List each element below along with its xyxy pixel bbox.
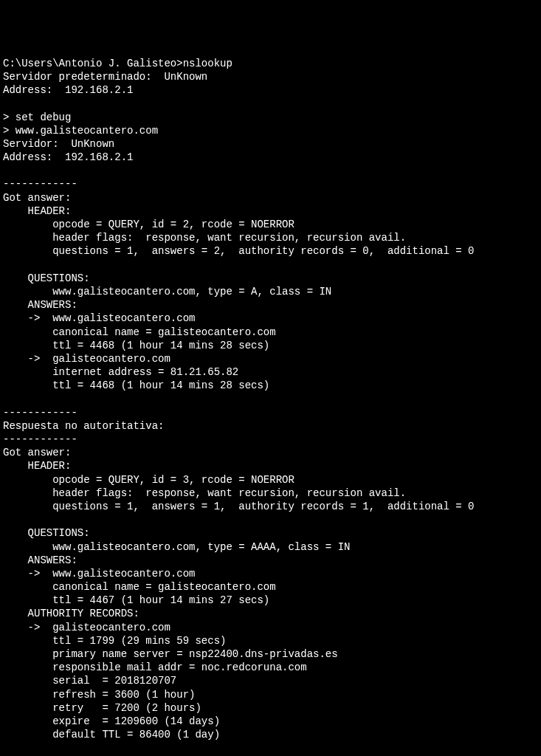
separator: ------------ [3, 178, 77, 190]
output-line: ANSWERS: [3, 554, 77, 566]
output-line: Got answer: [3, 192, 71, 204]
output-line: canonical name = galisteocantero.com [3, 326, 276, 338]
output-line: internet address = 81.21.65.82 [3, 366, 238, 378]
output-line: default TTL = 86400 (1 day) [3, 729, 220, 740]
output-line: retry = 7200 (2 hours) [3, 702, 201, 714]
output-line: Respuesta no autoritativa: [3, 420, 164, 432]
separator: ------------ [3, 433, 77, 445]
prompt-line: C:\Users\Antonio J. Galisteo>nslookup [3, 58, 232, 69]
output-line: ttl = 4468 (1 hour 14 mins 28 secs) [3, 379, 269, 391]
output-line: Servidor: UnKnown [3, 138, 114, 150]
output-line: www.galisteocantero.com, type = AAAA, cl… [3, 541, 350, 553]
output-line: questions = 1, answers = 2, authority re… [3, 245, 475, 257]
output-line: questions = 1, answers = 1, authority re… [3, 501, 475, 512]
output-line: ttl = 4467 (1 hour 14 mins 27 secs) [3, 594, 269, 606]
output-line: ANSWERS: [3, 299, 77, 311]
output-line: responsible mail addr = noc.redcoruna.co… [3, 662, 307, 673]
output-line: -> galisteocantero.com [3, 622, 170, 633]
output-line: QUESTIONS: [3, 527, 90, 539]
output-line: Servidor predeterminado: UnKnown [3, 71, 207, 83]
separator: ------------ [3, 407, 77, 419]
output-line: opcode = QUERY, id = 3, rcode = NOERROR [3, 474, 294, 486]
output-line: -> galisteocantero.com [3, 353, 170, 365]
command-line: > www.galisteocantero.com [3, 125, 158, 137]
output-line: Address: 192.168.2.1 [3, 151, 133, 163]
output-line: ttl = 4468 (1 hour 14 mins 28 secs) [3, 340, 269, 351]
output-line: expire = 1209600 (14 days) [3, 715, 220, 727]
output-line: Address: 192.168.2.1 [3, 84, 133, 96]
output-line: header flags: response, want recursion, … [3, 232, 406, 244]
output-line: opcode = QUERY, id = 2, rcode = NOERROR [3, 219, 294, 230]
output-line: QUESTIONS: [3, 272, 90, 284]
output-line: HEADER: [3, 205, 71, 217]
output-line: -> www.galisteocantero.com [3, 312, 195, 324]
output-line: Got answer: [3, 447, 71, 458]
output-line: www.galisteocantero.com, type = A, class… [3, 286, 331, 298]
terminal-output[interactable]: C:\Users\Antonio J. Galisteo>nslookup Se… [3, 57, 538, 756]
output-line: primary name server = nsp22400.dns-priva… [3, 648, 338, 660]
output-line: -> www.galisteocantero.com [3, 568, 195, 580]
output-line: AUTHORITY RECORDS: [3, 608, 139, 619]
output-line: HEADER: [3, 460, 71, 472]
command-line: > set debug [3, 111, 71, 123]
output-line: serial = 2018120707 [3, 675, 176, 687]
output-line: header flags: response, want recursion, … [3, 487, 406, 499]
output-line: refresh = 3600 (1 hour) [3, 689, 195, 701]
output-line: ttl = 1799 (29 mins 59 secs) [3, 635, 226, 647]
output-line: canonical name = galisteocantero.com [3, 581, 276, 593]
